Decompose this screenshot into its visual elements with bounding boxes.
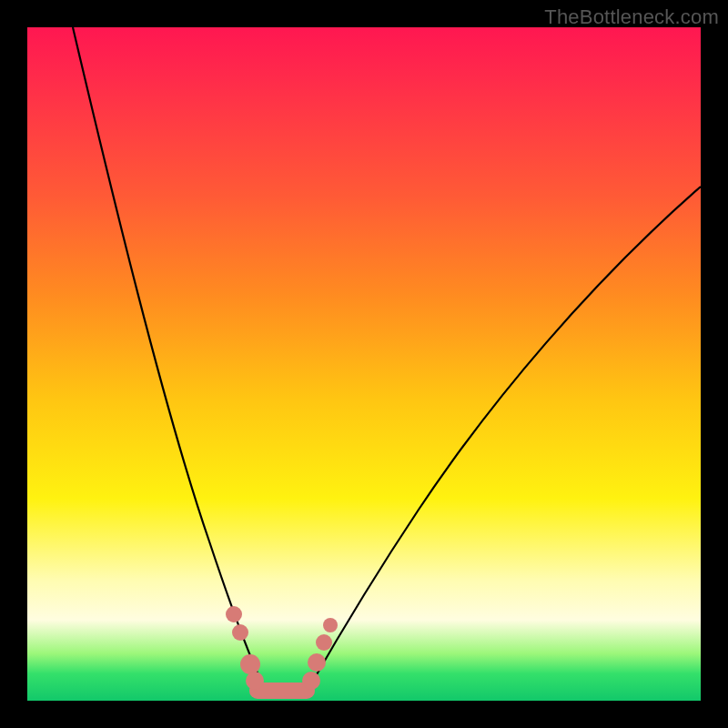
watermark-text: TheBottleneck.com — [544, 5, 719, 29]
bead-right-4 — [323, 618, 338, 632]
plot-area — [27, 27, 701, 701]
bead-left-4 — [246, 672, 264, 690]
bead-left-2 — [232, 624, 248, 641]
chart-frame: TheBottleneck.com — [0, 0, 728, 728]
left-curve — [73, 27, 264, 687]
bead-right-1 — [302, 672, 320, 690]
bead-right-2 — [308, 653, 326, 672]
bead-left-1 — [226, 606, 242, 622]
bead-right-3 — [316, 634, 332, 651]
right-curve — [309, 187, 701, 687]
bead-left-3 — [240, 654, 260, 674]
valley-beads — [226, 606, 338, 699]
chart-svg — [27, 27, 701, 701]
